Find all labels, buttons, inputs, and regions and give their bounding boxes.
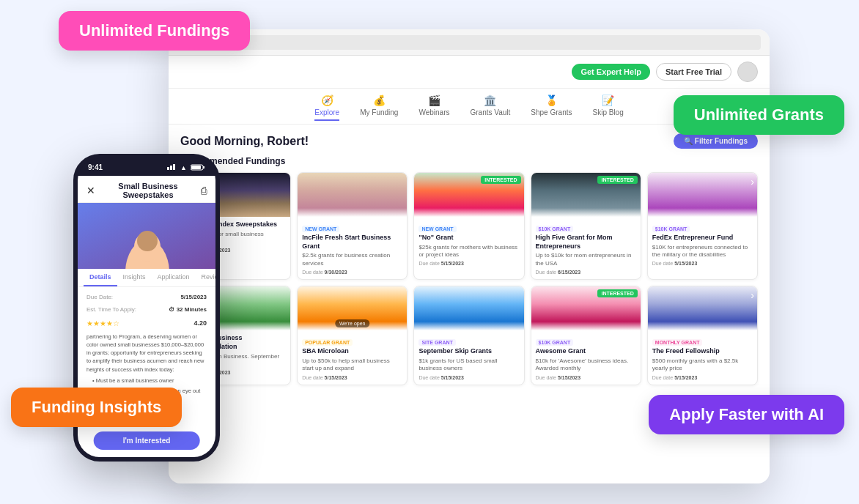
avatar[interactable] (737, 62, 758, 82)
star-rating: ★★★★☆ (86, 318, 119, 330)
card-image: INTERESTED (531, 286, 641, 330)
grant-card[interactable]: New Grant IncFile Fresh Start Business G… (297, 172, 408, 280)
card-image: INTERESTED (414, 173, 523, 217)
svg-rect-6 (191, 166, 201, 169)
card-image: INTERESTED (531, 173, 641, 217)
explore-icon: 🧭 (321, 94, 333, 106)
grant-card[interactable]: Site Grant September Skip Grants $1k gra… (413, 286, 524, 385)
unlimited-grants-badge: Unlimited Grants (674, 95, 844, 135)
tab-explore[interactable]: 🧭 Explore (314, 94, 339, 121)
svg-rect-0 (167, 167, 169, 170)
content-area: Good Morning, Robert! 🔍 Filter Fundings … (169, 125, 770, 400)
funding-insights-badge: Funding Insights (11, 388, 182, 427)
grant-card[interactable]: › $10k Grant FedEx Entrepreneur Fund $10… (647, 172, 758, 280)
card-body: Site Grant September Skip Grants $1k gra… (414, 330, 523, 384)
unlimited-fundings-badge: Unlimited Fundings (59, 11, 250, 51)
card-body: New Grant "No" Grant $25k grants for mot… (414, 217, 523, 270)
est-time-row: Est. Time To Apply: ⏱ 32 Minutes (86, 305, 207, 315)
signal-icon (167, 164, 177, 170)
card-hero-image (78, 203, 215, 269)
rating-value: 4.20 (193, 318, 207, 330)
address-bar[interactable] (220, 35, 761, 50)
clock-icon: ⏱ (169, 305, 174, 315)
page-header: Good Morning, Robert! 🔍 Filter Fundings (180, 133, 758, 149)
due-date-row: Due Date: 5/15/2023 (86, 293, 207, 303)
greeting: Good Morning, Robert! (180, 135, 309, 148)
phone-status-icons: ▲ (167, 164, 205, 171)
phone-notch: 9:41 ▲ (78, 158, 215, 176)
tab-insights[interactable]: Insights (117, 269, 152, 286)
grant-card[interactable]: › Monthly Grant The Freed Fellowship $50… (647, 286, 758, 385)
phone-tabs: Details Insights Application Reviews (78, 269, 215, 287)
close-icon[interactable]: ✕ (86, 185, 95, 196)
card-image: › (648, 173, 757, 217)
card-image: We're open (298, 286, 407, 330)
tab-webinars[interactable]: 🎬 Webinars (419, 94, 449, 121)
phone-time: 9:41 (88, 163, 103, 171)
filter-button[interactable]: 🔍 Filter Fundings (674, 133, 758, 149)
rating-row: ★★★★☆ 4.20 (86, 318, 207, 330)
share-icon[interactable]: ⎙ (201, 185, 207, 196)
card-image (414, 286, 523, 330)
shpe-icon: 🏅 (545, 94, 558, 106)
app-header: Get Expert Help Start Free Trial (169, 56, 770, 89)
start-trial-button[interactable]: Start Free Trial (656, 63, 731, 81)
grant-card[interactable]: INTERESTED $10k Grant Awesome Grant $10k… (531, 286, 641, 385)
webinars-icon: 🎬 (428, 94, 440, 106)
tab-my-funding[interactable]: 💰 My Funding (360, 94, 398, 121)
svg-rect-5 (203, 166, 204, 168)
wifi-icon: ▲ (180, 164, 188, 170)
svg-text:▲: ▲ (180, 164, 187, 170)
svg-rect-1 (170, 166, 172, 170)
expert-help-button[interactable]: Get Expert Help (572, 64, 650, 80)
phone-card-image (78, 203, 215, 269)
card-body: Monthly Grant The Freed Fellowship $500 … (648, 330, 757, 384)
apply-faster-badge: Apply Faster with AI (649, 395, 844, 434)
section-title: Recommended Fundings (180, 156, 758, 166)
tab-grants-vault[interactable]: 🏛️ Grants Vault (470, 94, 510, 121)
svg-rect-2 (173, 164, 175, 170)
phone-card-title: Small Business Sweepstakes (95, 182, 201, 199)
card-body: $10k Grant High Five Grant for Mom Entre… (531, 217, 641, 279)
blog-icon: 📝 (602, 94, 614, 106)
vault-icon: 🏛️ (484, 94, 496, 106)
funding-icon: 💰 (373, 94, 386, 106)
browser-bar (169, 29, 770, 56)
tab-skip-blog[interactable]: 📝 Skip Blog (592, 94, 623, 121)
grant-card[interactable]: INTERESTED $10k Grant High Five Grant fo… (531, 172, 641, 280)
svg-point-10 (137, 231, 158, 251)
card-body: $10k Grant Awesome Grant $10k for 'Aweso… (531, 330, 641, 384)
program-description: partnering to Program, a deserving women… (86, 333, 207, 374)
tab-reviews[interactable]: Reviews (196, 269, 215, 286)
card-image (298, 173, 407, 217)
card-body: $10k Grant FedEx Entrepreneur Fund $10K … (648, 217, 757, 270)
card-body: Popular Grant SBA Microloan Up to $50k t… (298, 330, 407, 384)
card-body: New Grant IncFile Fresh Start Business G… (298, 217, 407, 279)
card-image: › (648, 286, 757, 330)
phone-header: ✕ Small Business Sweepstakes ⎙ (78, 176, 215, 203)
tab-details[interactable]: Details (84, 269, 117, 286)
cards-grid-row1: Business Index Sweepstakes From Index fo… (180, 172, 758, 280)
battery-icon (191, 164, 205, 171)
grant-card[interactable]: We're open Popular Grant SBA Microloan U… (297, 286, 408, 385)
tab-shpe-grants[interactable]: 🏅 Shpe Grants (531, 94, 572, 121)
cards-grid-row2: Amazon Business Accommodation From Amazo… (180, 286, 758, 385)
tab-application[interactable]: Application (152, 269, 196, 286)
interested-button[interactable]: I'm Interested (94, 431, 200, 450)
bullet-item: • Must be a small business owner (92, 377, 207, 385)
grant-card[interactable]: INTERESTED New Grant "No" Grant $25k gra… (413, 172, 524, 280)
